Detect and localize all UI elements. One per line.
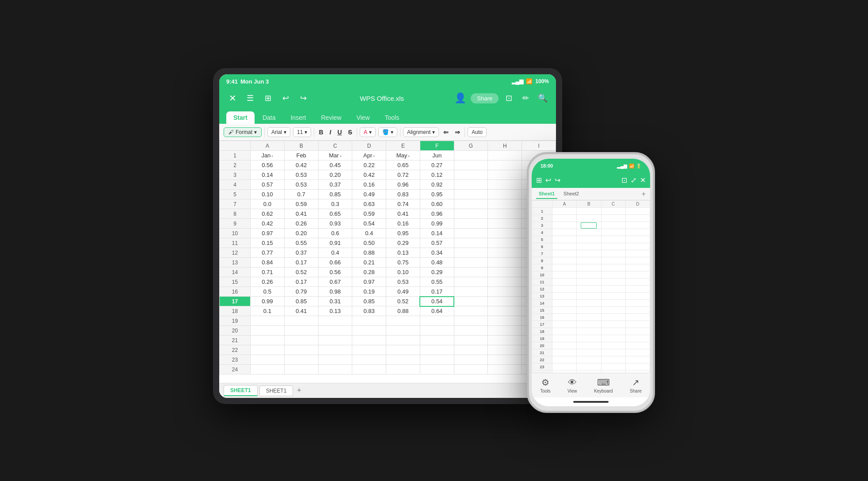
phone-close-button[interactable]: ✕ (640, 176, 646, 184)
phone-row-header-6[interactable]: 6 (532, 243, 552, 250)
cell-C14[interactable]: 0.56 (318, 267, 352, 277)
phone-cell[interactable] (601, 229, 625, 236)
phone-layout-button[interactable]: ⊡ (621, 176, 627, 184)
cell-F21[interactable] (420, 336, 454, 345)
pencil-button[interactable]: ✏ (520, 92, 532, 104)
cell-C3[interactable]: 0.20 (318, 170, 352, 180)
phone-cell[interactable] (552, 363, 577, 370)
cell-F13[interactable]: 0.48 (420, 258, 454, 267)
cell-E8[interactable]: 0.41 (386, 209, 420, 219)
phone-row-header-17[interactable]: 17 (532, 321, 552, 328)
cell-A20[interactable] (251, 326, 285, 336)
cell-C11[interactable]: 0.91 (318, 238, 352, 248)
italic-button[interactable]: I (328, 128, 333, 137)
row-header-3[interactable]: 3 (220, 170, 251, 180)
tab-tools[interactable]: Tools (378, 111, 407, 124)
cell-E1[interactable]: May▾ (386, 151, 420, 160)
phone-row-header-24[interactable]: 24 (532, 370, 552, 373)
cell-G24[interactable] (454, 365, 488, 374)
phone-cell[interactable] (552, 271, 577, 279)
cell-F23[interactable] (420, 355, 454, 365)
cell-G12[interactable] (454, 248, 488, 258)
row-header-5[interactable]: 5 (220, 190, 251, 199)
cell-E13[interactable]: 0.75 (386, 258, 420, 267)
phone-row-header-1[interactable]: 1 (532, 208, 552, 215)
cell-A19[interactable] (251, 316, 285, 326)
phone-cell[interactable] (601, 307, 625, 314)
cell-D10[interactable]: 0.4 (352, 229, 386, 238)
col-header-I[interactable]: I (522, 141, 556, 151)
row-header-8[interactable]: 8 (220, 209, 251, 219)
cell-D11[interactable]: 0.50 (352, 238, 386, 248)
cell-E17[interactable]: 0.52 (386, 297, 420, 306)
cell-H24[interactable] (488, 365, 522, 374)
strikethrough-button[interactable]: S (346, 128, 354, 137)
phone-cell[interactable] (601, 279, 625, 286)
phone-cell[interactable] (625, 363, 650, 370)
cell-A12[interactable]: 0.77 (251, 248, 285, 258)
cell-C5[interactable]: 0.85 (318, 190, 352, 199)
cell-A13[interactable]: 0.84 (251, 258, 285, 267)
cell-F15[interactable]: 0.55 (420, 277, 454, 287)
cell-G5[interactable] (454, 190, 488, 199)
share-button[interactable]: Share (471, 93, 499, 103)
row-header-17[interactable]: 17 (220, 297, 251, 306)
phone-share-button[interactable]: ↗ Share (630, 377, 642, 393)
phone-cell[interactable] (552, 208, 577, 215)
phone-cell[interactable] (552, 229, 577, 236)
cell-B7[interactable]: 0.59 (284, 199, 318, 209)
phone-cell[interactable] (625, 279, 650, 286)
cell-E20[interactable] (386, 326, 420, 336)
cell-G21[interactable] (454, 336, 488, 345)
phone-spreadsheet[interactable]: A B C D 12345678910111213141516171819202… (532, 200, 650, 373)
cell-H15[interactable] (488, 277, 522, 287)
cell-G18[interactable] (454, 306, 488, 316)
cell-H22[interactable] (488, 345, 522, 355)
row-header-10[interactable]: 10 (220, 229, 251, 238)
row-header-12[interactable]: 12 (220, 248, 251, 258)
indent-right-button[interactable]: ⇒ (453, 128, 462, 137)
cell-A9[interactable]: 0.42 (251, 219, 285, 229)
format-button[interactable]: 🖋 Format ▾ (224, 127, 262, 137)
add-sheet-button[interactable]: + (295, 386, 303, 395)
cell-H19[interactable] (488, 316, 522, 326)
cell-G8[interactable] (454, 209, 488, 219)
phone-cell[interactable] (552, 250, 577, 257)
cell-H16[interactable] (488, 287, 522, 297)
phone-cell[interactable] (625, 356, 650, 363)
phone-cell[interactable] (577, 229, 601, 236)
cell-A17[interactable]: 0.99 (251, 297, 285, 306)
row-header-7[interactable]: 7 (220, 199, 251, 209)
phone-tools-button[interactable]: ⚙ Tools (540, 377, 550, 393)
layout-button[interactable]: ⊡ (503, 92, 515, 104)
cell-F14[interactable]: 0.29 (420, 267, 454, 277)
phone-cell[interactable] (601, 286, 625, 293)
col-header-B[interactable]: B (284, 141, 318, 151)
phone-cell[interactable] (625, 286, 650, 293)
cell-A15[interactable]: 0.26 (251, 277, 285, 287)
cell-D15[interactable]: 0.97 (352, 277, 386, 287)
phone-cell[interactable] (577, 328, 601, 335)
phone-cell[interactable] (601, 349, 625, 356)
cell-E21[interactable] (386, 336, 420, 345)
phone-cell[interactable] (577, 293, 601, 300)
cell-D21[interactable] (352, 336, 386, 345)
cell-E5[interactable]: 0.83 (386, 190, 420, 199)
phone-col-B[interactable]: B (577, 201, 601, 208)
cell-D5[interactable]: 0.49 (352, 190, 386, 199)
phone-cell[interactable] (625, 229, 650, 236)
cell-B3[interactable]: 0.53 (284, 170, 318, 180)
cell-B14[interactable]: 0.52 (284, 267, 318, 277)
col-header-D[interactable]: D (352, 141, 386, 151)
phone-cell[interactable] (625, 349, 650, 356)
cell-C13[interactable]: 0.66 (318, 258, 352, 267)
cell-C9[interactable]: 0.93 (318, 219, 352, 229)
phone-cell[interactable] (552, 342, 577, 349)
phone-cell[interactable] (552, 236, 577, 243)
cell-B21[interactable] (284, 336, 318, 345)
cell-D16[interactable]: 0.19 (352, 287, 386, 297)
phone-cell[interactable] (625, 243, 650, 250)
cell-E12[interactable]: 0.13 (386, 248, 420, 258)
phone-cell[interactable] (601, 363, 625, 370)
phone-row-header-21[interactable]: 21 (532, 349, 552, 356)
